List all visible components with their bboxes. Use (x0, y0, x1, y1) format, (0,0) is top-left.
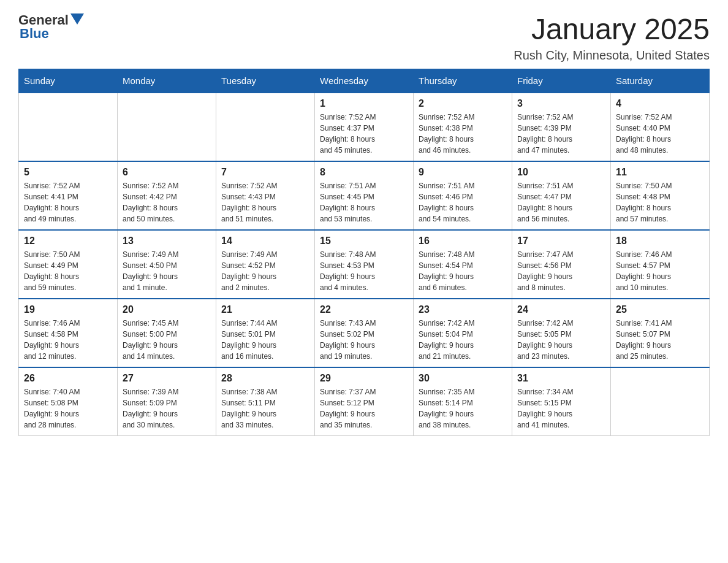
logo: General Blue (18, 12, 84, 42)
table-row: 26Sunrise: 7:40 AM Sunset: 5:08 PM Dayli… (19, 367, 118, 436)
table-row: 30Sunrise: 7:35 AM Sunset: 5:14 PM Dayli… (414, 367, 512, 436)
day-number: 2 (419, 98, 507, 109)
calendar-week-row: 12Sunrise: 7:50 AM Sunset: 4:49 PM Dayli… (19, 230, 710, 299)
table-row: 20Sunrise: 7:45 AM Sunset: 5:00 PM Dayli… (118, 299, 216, 367)
day-number: 26 (24, 373, 112, 384)
table-row: 24Sunrise: 7:42 AM Sunset: 5:05 PM Dayli… (512, 299, 611, 367)
header-sunday: Sunday (19, 69, 118, 93)
days-header-row: Sunday Monday Tuesday Wednesday Thursday… (19, 69, 710, 93)
table-row: 22Sunrise: 7:43 AM Sunset: 5:02 PM Dayli… (315, 299, 414, 367)
day-number: 25 (616, 304, 704, 315)
day-number: 29 (320, 373, 408, 384)
day-info: Sunrise: 7:52 AM Sunset: 4:41 PM Dayligh… (24, 180, 112, 224)
day-info: Sunrise: 7:49 AM Sunset: 4:52 PM Dayligh… (221, 249, 309, 293)
calendar-title: January 2025 (514, 12, 710, 46)
day-number: 19 (24, 304, 112, 315)
day-info: Sunrise: 7:44 AM Sunset: 5:01 PM Dayligh… (221, 318, 309, 362)
table-row: 7Sunrise: 7:52 AM Sunset: 4:43 PM Daylig… (216, 161, 315, 230)
day-number: 20 (123, 304, 211, 315)
day-number: 15 (320, 236, 408, 247)
day-number: 22 (320, 304, 408, 315)
header-saturday: Saturday (611, 69, 710, 93)
header-wednesday: Wednesday (315, 69, 414, 93)
day-number: 12 (24, 236, 112, 247)
day-number: 30 (419, 373, 507, 384)
header-tuesday: Tuesday (216, 69, 315, 93)
table-row: 17Sunrise: 7:47 AM Sunset: 4:56 PM Dayli… (512, 230, 611, 299)
day-info: Sunrise: 7:35 AM Sunset: 5:14 PM Dayligh… (419, 386, 507, 431)
day-info: Sunrise: 7:50 AM Sunset: 4:48 PM Dayligh… (616, 180, 704, 224)
table-row: 15Sunrise: 7:48 AM Sunset: 4:53 PM Dayli… (315, 230, 414, 299)
svg-marker-0 (70, 13, 84, 25)
calendar-week-row: 26Sunrise: 7:40 AM Sunset: 5:08 PM Dayli… (19, 367, 710, 436)
day-info: Sunrise: 7:45 AM Sunset: 5:00 PM Dayligh… (123, 318, 211, 362)
day-info: Sunrise: 7:43 AM Sunset: 5:02 PM Dayligh… (320, 318, 408, 362)
day-number: 13 (123, 236, 211, 247)
day-info: Sunrise: 7:41 AM Sunset: 5:07 PM Dayligh… (616, 318, 704, 362)
day-number: 9 (419, 167, 507, 178)
day-info: Sunrise: 7:52 AM Sunset: 4:40 PM Dayligh… (616, 112, 704, 156)
logo-arrow-icon (70, 13, 84, 27)
calendar-week-row: 19Sunrise: 7:46 AM Sunset: 4:58 PM Dayli… (19, 299, 710, 367)
table-row: 6Sunrise: 7:52 AM Sunset: 4:42 PM Daylig… (118, 161, 216, 230)
table-row: 1Sunrise: 7:52 AM Sunset: 4:37 PM Daylig… (315, 93, 414, 161)
day-number: 7 (221, 167, 309, 178)
table-row: 31Sunrise: 7:34 AM Sunset: 5:15 PM Dayli… (512, 367, 611, 436)
table-row: 11Sunrise: 7:50 AM Sunset: 4:48 PM Dayli… (611, 161, 710, 230)
day-number: 27 (123, 373, 211, 384)
table-row (216, 93, 315, 161)
day-number: 28 (221, 373, 309, 384)
day-info: Sunrise: 7:50 AM Sunset: 4:49 PM Dayligh… (24, 249, 112, 293)
calendar-week-row: 5Sunrise: 7:52 AM Sunset: 4:41 PM Daylig… (19, 161, 710, 230)
page-header: General Blue January 2025 Rush City, Min… (18, 12, 710, 63)
day-info: Sunrise: 7:42 AM Sunset: 5:04 PM Dayligh… (419, 318, 507, 362)
calendar-week-row: 1Sunrise: 7:52 AM Sunset: 4:37 PM Daylig… (19, 93, 710, 161)
day-number: 21 (221, 304, 309, 315)
title-section: January 2025 Rush City, Minnesota, Unite… (514, 12, 710, 63)
table-row (19, 93, 118, 161)
table-row: 14Sunrise: 7:49 AM Sunset: 4:52 PM Dayli… (216, 230, 315, 299)
day-info: Sunrise: 7:52 AM Sunset: 4:39 PM Dayligh… (517, 112, 605, 156)
day-info: Sunrise: 7:47 AM Sunset: 4:56 PM Dayligh… (517, 249, 605, 293)
day-info: Sunrise: 7:48 AM Sunset: 4:54 PM Dayligh… (419, 249, 507, 293)
day-number: 4 (616, 98, 704, 109)
day-info: Sunrise: 7:52 AM Sunset: 4:37 PM Dayligh… (320, 112, 408, 156)
table-row: 21Sunrise: 7:44 AM Sunset: 5:01 PM Dayli… (216, 299, 315, 367)
day-info: Sunrise: 7:49 AM Sunset: 4:50 PM Dayligh… (123, 249, 211, 293)
day-info: Sunrise: 7:52 AM Sunset: 4:42 PM Dayligh… (123, 180, 211, 224)
table-row: 18Sunrise: 7:46 AM Sunset: 4:57 PM Dayli… (611, 230, 710, 299)
day-info: Sunrise: 7:40 AM Sunset: 5:08 PM Dayligh… (24, 386, 112, 431)
day-info: Sunrise: 7:46 AM Sunset: 4:58 PM Dayligh… (24, 318, 112, 362)
day-number: 8 (320, 167, 408, 178)
table-row: 16Sunrise: 7:48 AM Sunset: 4:54 PM Dayli… (414, 230, 512, 299)
day-info: Sunrise: 7:51 AM Sunset: 4:45 PM Dayligh… (320, 180, 408, 224)
day-number: 18 (616, 236, 704, 247)
table-row: 4Sunrise: 7:52 AM Sunset: 4:40 PM Daylig… (611, 93, 710, 161)
day-number: 5 (24, 167, 112, 178)
day-number: 11 (616, 167, 704, 178)
table-row (118, 93, 216, 161)
table-row: 19Sunrise: 7:46 AM Sunset: 4:58 PM Dayli… (19, 299, 118, 367)
day-number: 1 (320, 98, 408, 109)
day-number: 23 (419, 304, 507, 315)
day-info: Sunrise: 7:37 AM Sunset: 5:12 PM Dayligh… (320, 386, 408, 431)
day-number: 17 (517, 236, 605, 247)
day-info: Sunrise: 7:51 AM Sunset: 4:46 PM Dayligh… (419, 180, 507, 224)
day-number: 14 (221, 236, 309, 247)
day-info: Sunrise: 7:52 AM Sunset: 4:43 PM Dayligh… (221, 180, 309, 224)
header-friday: Friday (512, 69, 611, 93)
day-info: Sunrise: 7:46 AM Sunset: 4:57 PM Dayligh… (616, 249, 704, 293)
table-row: 9Sunrise: 7:51 AM Sunset: 4:46 PM Daylig… (414, 161, 512, 230)
day-number: 10 (517, 167, 605, 178)
day-info: Sunrise: 7:51 AM Sunset: 4:47 PM Dayligh… (517, 180, 605, 224)
table-row: 8Sunrise: 7:51 AM Sunset: 4:45 PM Daylig… (315, 161, 414, 230)
day-info: Sunrise: 7:48 AM Sunset: 4:53 PM Dayligh… (320, 249, 408, 293)
table-row: 23Sunrise: 7:42 AM Sunset: 5:04 PM Dayli… (414, 299, 512, 367)
day-number: 6 (123, 167, 211, 178)
day-info: Sunrise: 7:52 AM Sunset: 4:38 PM Dayligh… (419, 112, 507, 156)
table-row: 29Sunrise: 7:37 AM Sunset: 5:12 PM Dayli… (315, 367, 414, 436)
table-row: 27Sunrise: 7:39 AM Sunset: 5:09 PM Dayli… (118, 367, 216, 436)
day-number: 31 (517, 373, 605, 384)
table-row: 28Sunrise: 7:38 AM Sunset: 5:11 PM Dayli… (216, 367, 315, 436)
calendar-table: Sunday Monday Tuesday Wednesday Thursday… (18, 69, 710, 436)
